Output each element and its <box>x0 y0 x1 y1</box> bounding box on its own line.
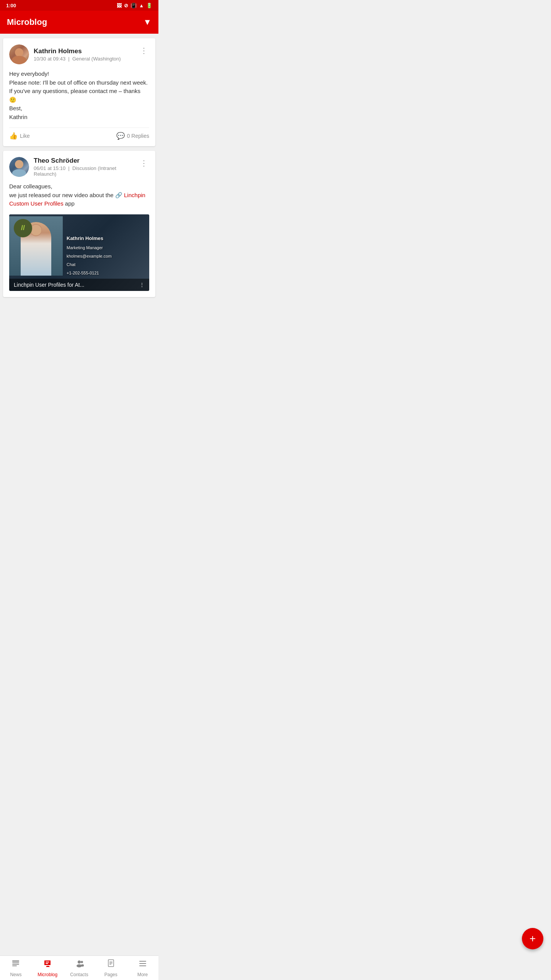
post-header: Kathrin Holmes 10/30 at 09:43 | General … <box>9 44 149 64</box>
post-date-channel: 06/01 at 15:10 | Discussion (Intranet Re… <box>34 165 139 177</box>
post-date: 06/01 at 15:10 <box>34 165 65 171</box>
post-more-icon[interactable]: ⋮ <box>139 44 149 57</box>
post-header: Theo Schröder 06/01 at 15:10 | Discussio… <box>9 157 149 177</box>
post-meta: Kathrin Holmes 10/30 at 09:43 | General … <box>34 47 121 62</box>
post-body: Dear colleagues, we just released our ne… <box>9 182 149 208</box>
post-card: Theo Schröder 06/01 at 15:10 | Discussio… <box>3 151 155 297</box>
video-logo: // <box>14 219 32 237</box>
post-footer: 👍 Like 💬 0 Replies <box>9 127 149 140</box>
avatar-image-male <box>9 157 29 177</box>
image-icon: 🖼 <box>117 3 122 8</box>
post-meta: Theo Schröder 06/01 at 15:10 | Discussio… <box>34 157 139 177</box>
battery-icon: 🔋 <box>146 3 152 8</box>
reply-icon: 💬 <box>116 132 125 140</box>
post-header-left: Kathrin Holmes 10/30 at 09:43 | General … <box>9 44 121 64</box>
post-channel: General (Washington) <box>72 56 121 62</box>
video-person-phone: +1-202-555-0121 <box>67 269 112 277</box>
avatar-image-female <box>9 44 29 64</box>
like-label: Like <box>20 133 30 139</box>
video-more-icon[interactable]: ⋮ <box>139 282 145 288</box>
replies-count: 0 Replies <box>127 133 149 139</box>
video-person-email: kholmes@example.com <box>67 252 112 260</box>
app-header: Microblog ▼ <box>0 11 158 34</box>
vibrate-icon: 📳 <box>130 3 137 8</box>
post-more-icon[interactable]: ⋮ <box>139 157 149 169</box>
wifi-icon: ▲ <box>139 3 144 8</box>
filter-icon[interactable]: ▼ <box>143 17 152 27</box>
bottom-spacer <box>3 302 155 345</box>
avatar <box>9 157 29 177</box>
no-disturb-icon: ⊘ <box>124 3 128 8</box>
status-time: 1:00 <box>6 3 16 8</box>
video-person-chat: Chat <box>67 260 112 269</box>
video-embed[interactable]: Kathrin Holmes Marketing Manager kholmes… <box>9 214 149 291</box>
post-card: Kathrin Holmes 10/30 at 09:43 | General … <box>3 38 155 146</box>
video-person-name: Kathrin Holmes <box>67 234 112 243</box>
post-date-channel: 10/30 at 09:43 | General (Washington) <box>34 56 121 62</box>
video-info: Kathrin Holmes Marketing Manager kholmes… <box>67 234 112 277</box>
avatar <box>9 44 29 64</box>
thumbs-up-icon: 👍 <box>9 132 18 140</box>
status-icons: 🖼 ⊘ 📳 ▲ 🔋 <box>117 3 152 8</box>
video-title-bar: Linchpin User Profiles for At... ⋮ <box>9 279 149 291</box>
post-header-left: Theo Schröder 06/01 at 15:10 | Discussio… <box>9 157 139 177</box>
post-author: Kathrin Holmes <box>34 47 121 55</box>
like-button[interactable]: 👍 Like <box>9 132 30 140</box>
app-title: Microblog <box>7 17 47 27</box>
linchpin-link[interactable]: Linchpin Custom User Profiles <box>9 192 145 207</box>
content-area: Kathrin Holmes 10/30 at 09:43 | General … <box>0 34 158 375</box>
post-body: Hey everybody! Please note: I'll be out … <box>9 70 149 121</box>
video-title: Linchpin User Profiles for At... <box>14 282 84 288</box>
video-person-role: Marketing Manager <box>67 243 112 252</box>
post-date: 10/30 at 09:43 <box>34 56 65 62</box>
replies-button[interactable]: 💬 0 Replies <box>116 132 149 140</box>
status-bar: 1:00 🖼 ⊘ 📳 ▲ 🔋 <box>0 0 158 11</box>
post-author: Theo Schröder <box>34 157 139 165</box>
link-icon: 🔗 <box>115 192 122 198</box>
